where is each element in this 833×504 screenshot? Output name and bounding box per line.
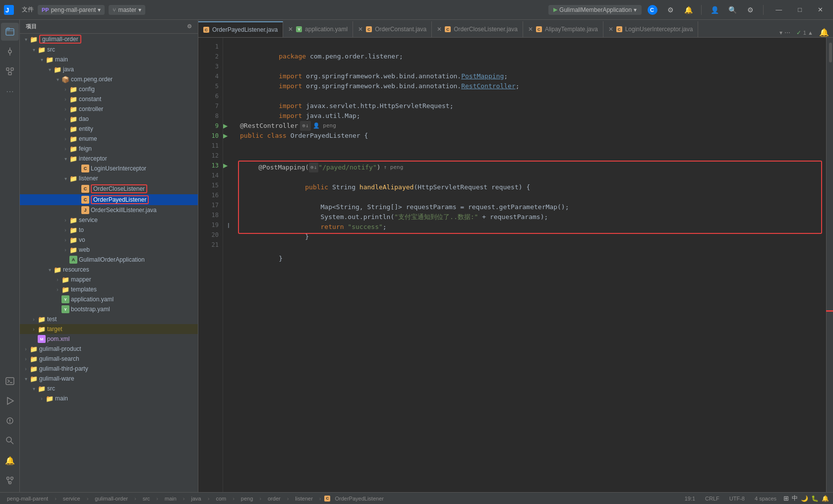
- tree-arrow-interceptor: ▾: [61, 155, 69, 163]
- import1a: org.springframework.web.bind.annotation.: [306, 72, 461, 80]
- tree-item-app-yaml[interactable]: Y application.yaml: [20, 294, 198, 304]
- status-charset[interactable]: UTF-8: [726, 496, 748, 502]
- tree-item-order-payed-listener[interactable]: C OrderPayedListener: [20, 194, 198, 205]
- status-gulimall-order[interactable]: gulimall-order: [92, 496, 131, 502]
- maximize-btn[interactable]: □: [792, 0, 808, 20]
- scrollbar-thumb[interactable]: [829, 43, 832, 62]
- tab-application-yaml[interactable]: ✕ Y application.yaml: [283, 21, 353, 37]
- status-java[interactable]: java: [188, 496, 204, 502]
- params-start: (HttpServletRequest request) {: [414, 183, 530, 191]
- status-crlf[interactable]: CRLF: [702, 496, 722, 502]
- settings-btn[interactable]: ⚙: [663, 3, 677, 17]
- tree-item-feign[interactable]: › 📁 feign: [20, 144, 198, 154]
- tab-more-btn[interactable]: ⋯: [784, 29, 790, 36]
- tree-item-listener[interactable]: ▾ 📁 listener: [20, 173, 198, 183]
- status-com[interactable]: com: [213, 496, 229, 502]
- run-icon-9[interactable]: ▶: [223, 122, 228, 129]
- status-peng[interactable]: peng: [238, 496, 256, 502]
- tree-item-to[interactable]: › 📁 to: [20, 225, 198, 235]
- file-tree-content[interactable]: ▾ 📁 gulimall-order ▾ 📁 src ▾ 📁 main ▾ 📁 …: [20, 34, 198, 492]
- tree-item-gulimall-product[interactable]: › 📁 gulimall-product: [20, 344, 198, 354]
- status-peng-mall[interactable]: peng-mall-parent: [4, 496, 51, 502]
- status-position[interactable]: 19:1: [682, 496, 698, 502]
- sidebar-find-icon[interactable]: [1, 432, 19, 449]
- tree-item-gulimall-order[interactable]: ▾ 📁 gulimall-order: [20, 34, 198, 45]
- tab-login-interceptor[interactable]: ✕ C LoginUserInterceptor.java: [603, 21, 699, 37]
- status-indentation[interactable]: 4 spaces: [752, 496, 779, 502]
- tree-item-order-seckill-listener[interactable]: J OrderSeckillListener.java: [20, 205, 198, 215]
- tree-item-entity[interactable]: › 📁 entity: [20, 124, 198, 134]
- tree-item-gulimall-ware[interactable]: ▾ 📁 gulimall-ware: [20, 374, 198, 384]
- sidebar-more-icon[interactable]: ⋯: [1, 82, 19, 100]
- tree-item-bootstrap-yaml[interactable]: Y bootstrap.yaml: [20, 304, 198, 314]
- status-service[interactable]: service: [60, 496, 83, 502]
- tree-item-interceptor[interactable]: ▾ 📁 interceptor: [20, 154, 198, 164]
- update-btn[interactable]: 🔔: [681, 3, 695, 17]
- app-selector[interactable]: ▶ GulimallMemberApplication ▾: [548, 5, 642, 15]
- branch-selector[interactable]: ⑂ master ▾: [109, 5, 145, 15]
- tree-item-mapper[interactable]: › 📁 mapper: [20, 275, 198, 284]
- status-main[interactable]: main: [162, 496, 179, 502]
- sidebar-structure-icon[interactable]: [1, 62, 19, 80]
- tree-item-package[interactable]: ▾ 📦 com.peng.order: [20, 74, 198, 84]
- status-order[interactable]: order: [265, 496, 284, 502]
- tree-item-login-interceptor[interactable]: C LoginUserInterceptor: [20, 164, 198, 173]
- import4: java.util.Map;: [306, 112, 360, 119]
- tab-order-constant[interactable]: ✕ C OrderConstant.java: [353, 21, 432, 37]
- status-listener[interactable]: listener: [292, 496, 315, 502]
- tree-item-vo[interactable]: › 📁 vo: [20, 235, 198, 245]
- tree-item-service[interactable]: › 📁 service: [20, 215, 198, 225]
- tree-item-src[interactable]: ▾ 📁 src: [20, 45, 198, 55]
- ann-restcontroller: @RestController: [240, 121, 298, 131]
- run-icon-13[interactable]: ▶: [223, 162, 228, 169]
- scroll-gutter[interactable]: [826, 38, 833, 492]
- minimize-btn[interactable]: —: [770, 0, 788, 20]
- menu-item-file[interactable]: 文件: [18, 3, 38, 16]
- sidebar-project-icon[interactable]: [1, 23, 19, 41]
- status-class-name[interactable]: OrderPayedListener: [332, 496, 386, 502]
- tab-overflow-btn[interactable]: ▾: [779, 29, 782, 36]
- tree-item-web[interactable]: › 📁 web: [20, 245, 198, 255]
- tree-item-ware-src[interactable]: ▾ 📁 src: [20, 384, 198, 393]
- add-profile-btn[interactable]: 👤: [708, 3, 721, 17]
- sidebar-run-icon[interactable]: [1, 392, 19, 410]
- run-icon-10[interactable]: ▶: [223, 132, 228, 139]
- tree-item-constant[interactable]: › 📁 constant: [20, 94, 198, 104]
- sidebar-commit-icon[interactable]: [1, 43, 19, 60]
- settings2-btn[interactable]: ⚙: [743, 3, 757, 17]
- sidebar-terminal-icon[interactable]: [1, 372, 19, 390]
- gutter-11: [223, 141, 234, 151]
- tree-item-enume[interactable]: › 📁 enume: [20, 134, 198, 144]
- tree-item-test[interactable]: › 📁 test: [20, 314, 198, 324]
- tree-item-pom[interactable]: M pom.xml: [20, 334, 198, 344]
- code-editor[interactable]: package com.peng.order.listener; import …: [234, 38, 826, 492]
- tree-item-main[interactable]: ▾ 📁 main: [20, 55, 198, 64]
- project-selector[interactable]: PP peng-mall-parent ▾: [38, 5, 105, 15]
- tree-item-gulimall-app[interactable]: A GulimallOrderApplication: [20, 255, 198, 265]
- search-btn[interactable]: 🔍: [725, 3, 739, 17]
- tab-order-close-listener[interactable]: ✕ C OrderCloseListener.java: [432, 21, 523, 37]
- tree-item-order-close-listener[interactable]: C OrderCloseListener: [20, 183, 198, 194]
- tab-alipay-template[interactable]: ✕ C AlipayTemplate.java: [523, 21, 603, 37]
- java-icon-close: C: [81, 185, 89, 193]
- tree-item-resources[interactable]: ▾ 📁 resources: [20, 265, 198, 275]
- sidebar-notification-icon[interactable]: 🔔: [1, 451, 19, 469]
- tree-item-config[interactable]: › 📁 config: [20, 84, 198, 94]
- file-tree-settings-icon[interactable]: ⚙: [187, 23, 192, 30]
- notifications-icon[interactable]: 🔔: [819, 28, 829, 37]
- tree-item-target[interactable]: › 📁 target: [20, 324, 198, 334]
- tree-label-config: config: [79, 86, 95, 93]
- close-btn[interactable]: ✕: [812, 0, 829, 20]
- tree-item-controller[interactable]: › 📁 controller: [20, 104, 198, 114]
- tab-order-payed-listener[interactable]: C OrderPayedListener.java: [198, 21, 283, 37]
- tree-item-java[interactable]: ▾ 📁 java: [20, 64, 198, 74]
- avatar-btn[interactable]: C: [646, 3, 659, 17]
- sidebar-git-icon[interactable]: [1, 471, 19, 489]
- tree-item-ware-main[interactable]: › 📁 main: [20, 393, 198, 403]
- tree-item-gulimall-third[interactable]: › 📁 gulimall-third-party: [20, 364, 198, 374]
- sidebar-debug-icon[interactable]: [1, 412, 19, 430]
- tree-item-templates[interactable]: › 📁 templates: [20, 284, 198, 294]
- tree-item-gulimall-search[interactable]: › 📁 gulimall-search: [20, 354, 198, 364]
- tree-item-dao[interactable]: › 📁 dao: [20, 114, 198, 124]
- status-src[interactable]: src: [140, 496, 153, 502]
